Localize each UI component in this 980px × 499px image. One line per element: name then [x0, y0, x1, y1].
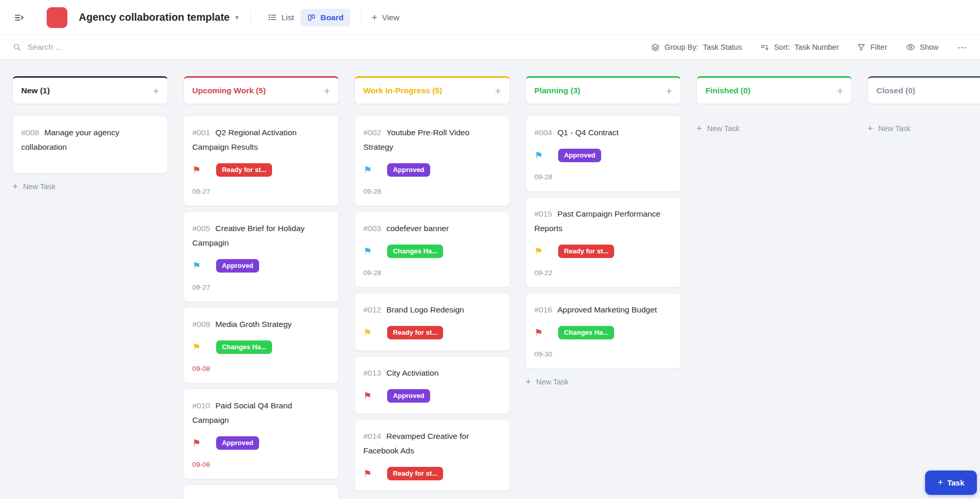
task-id: #005 — [192, 224, 210, 233]
add-task-icon[interactable]: + — [666, 85, 672, 96]
column-title: Work In-Progress (5) — [363, 86, 442, 95]
column-title: New (1) — [21, 86, 50, 95]
tab-list[interactable]: List — [261, 9, 301, 26]
status-badge[interactable]: Approved — [387, 389, 430, 403]
tab-board[interactable]: Board — [301, 9, 350, 26]
task-card[interactable]: #015Past Campaign Performance Reports ⚑ … — [525, 197, 681, 288]
task-id: #004 — [534, 128, 552, 137]
task-title: Q1 - Q4 Contract — [557, 128, 618, 137]
due-date: 09-22 — [534, 268, 672, 278]
status-badge[interactable]: Approved — [216, 436, 259, 450]
priority-flag-icon[interactable]: ⚑ — [363, 391, 372, 401]
due-date: 09-27 — [192, 282, 330, 292]
new-task-link[interactable]: + New Task — [12, 182, 168, 191]
new-task-label: New Task — [536, 378, 569, 386]
task-title: Media Groth Strategy — [215, 320, 291, 329]
task-card[interactable]: #008Manage your agency collaboration — [12, 116, 168, 174]
board-column: Upcoming Work (5) + #001Q2 Regional Acti… — [183, 76, 339, 499]
group-by-control[interactable]: Group By: Task Status — [651, 43, 742, 52]
new-task-link[interactable]: + New Task — [868, 124, 980, 133]
status-badge[interactable]: Ready for st... — [558, 245, 614, 258]
search-input[interactable] — [27, 42, 193, 52]
search-icon — [12, 42, 22, 52]
due-date: 09-28 — [363, 187, 501, 196]
priority-flag-icon[interactable]: ⚑ — [192, 261, 201, 270]
task-card[interactable]: #012Brand Logo Redesign ⚑ Ready for st..… — [354, 293, 510, 351]
task-title: codefever banner — [386, 224, 449, 233]
status-badge[interactable]: Ready for st... — [387, 326, 443, 339]
filter-control[interactable]: Filter — [857, 43, 887, 51]
task-card[interactable]: #001Q2 Regional Activation Campaign Resu… — [183, 116, 339, 206]
page-title[interactable]: Agency collaboration template — [79, 11, 230, 23]
priority-flag-icon[interactable]: ⚑ — [192, 343, 201, 352]
priority-flag-icon[interactable]: ⚑ — [534, 151, 543, 160]
task-card[interactable] — [183, 484, 339, 499]
status-badge[interactable]: Ready for st... — [387, 467, 443, 480]
due-date: 09-28 — [363, 268, 501, 278]
add-task-label: Task — [947, 478, 964, 487]
task-title: Approved Marketing Budget — [557, 305, 657, 314]
column-title: Planning (3) — [534, 86, 580, 95]
task-card[interactable]: #009Media Groth Strategy ⚑ Changes Ha...… — [183, 307, 339, 383]
task-card[interactable]: #004Q1 - Q4 Contract ⚑ Approved 09-28 — [525, 116, 681, 192]
tab-list-label: List — [281, 13, 294, 22]
priority-flag-icon[interactable]: ⚑ — [534, 328, 543, 337]
priority-flag-icon[interactable]: ⚑ — [363, 247, 372, 256]
eye-icon — [906, 42, 915, 52]
plus-icon: + — [697, 124, 702, 133]
status-badge[interactable]: Ready for st... — [216, 163, 272, 177]
due-date: 09-27 — [192, 187, 330, 196]
more-options-icon[interactable]: ⋯ — [957, 41, 968, 53]
column-header: Closed (0) + — [868, 76, 980, 104]
task-title: Brand Logo Redesign — [386, 305, 464, 314]
column-header: New (1) + — [12, 76, 168, 104]
group-by-value: Task Status — [703, 43, 742, 51]
divider — [361, 11, 361, 24]
task-title: City Activiation — [386, 368, 438, 377]
task-card[interactable]: #003codefever banner ⚑ Changes Ha... 09-… — [354, 211, 510, 288]
board-icon — [307, 13, 316, 22]
priority-flag-icon[interactable]: ⚑ — [192, 438, 201, 448]
new-task-link[interactable]: + New Task — [525, 377, 681, 387]
priority-flag-icon[interactable]: ⚑ — [534, 247, 543, 256]
task-id: #008 — [21, 128, 39, 137]
task-id: #013 — [363, 368, 381, 377]
column-title: Upcoming Work (5) — [192, 86, 266, 95]
add-task-icon[interactable]: + — [324, 85, 330, 96]
status-badge[interactable]: Approved — [387, 163, 430, 177]
task-card[interactable]: #014Revamped Creative for Facebook Ads ⚑… — [354, 419, 510, 491]
toolbar-controls: Group By: Task Status Sort: Task Number … — [651, 41, 968, 53]
sidebar-toggle-icon[interactable] — [11, 10, 27, 25]
status-badge[interactable]: Changes Ha... — [558, 326, 614, 339]
task-card[interactable]: #002Youtube Pre-Roll Video Strategy ⚑ Ap… — [354, 116, 510, 206]
board-column: Finished (0) + + New Task — [697, 76, 852, 133]
add-task-icon[interactable]: + — [837, 85, 843, 96]
task-id: #014 — [363, 432, 381, 440]
new-task-link[interactable]: + New Task — [697, 124, 852, 133]
column-cards: #001Q2 Regional Activation Campaign Resu… — [183, 116, 339, 499]
task-card[interactable]: #005Creative Brief for Holiday Campagin … — [183, 211, 339, 302]
task-card[interactable]: #010Paid Social Q4 Brand Campaign ⚑ Appr… — [183, 389, 339, 479]
add-task-icon[interactable]: + — [495, 85, 501, 96]
show-control[interactable]: Show — [906, 42, 939, 52]
status-badge[interactable]: Changes Ha... — [387, 245, 443, 258]
status-badge[interactable]: Approved — [558, 149, 601, 162]
status-badge[interactable]: Approved — [216, 259, 259, 273]
priority-flag-icon[interactable]: ⚑ — [363, 165, 372, 175]
priority-flag-icon[interactable]: ⚑ — [363, 328, 372, 337]
column-cards: #008Manage your agency collaboration — [12, 116, 168, 174]
priority-flag-icon[interactable]: ⚑ — [363, 469, 372, 478]
task-id: #015 — [534, 209, 552, 218]
list-icon — [268, 13, 277, 22]
add-task-button[interactable]: + Task — [925, 471, 977, 495]
sort-control[interactable]: Sort: Task Number — [760, 43, 839, 52]
task-card[interactable]: #016Approved Marketing Budget ⚑ Changes … — [525, 293, 681, 369]
status-badge[interactable]: Changes Ha... — [216, 340, 272, 354]
add-task-icon[interactable]: + — [153, 85, 159, 96]
title-dropdown-caret-icon[interactable]: ▼ — [234, 14, 240, 21]
column-header: Planning (3) + — [525, 76, 681, 104]
task-card[interactable]: #013City Activiation ⚑ Approved — [354, 356, 510, 414]
priority-flag-icon[interactable]: ⚑ — [192, 165, 201, 175]
workspace-logo[interactable] — [47, 7, 67, 28]
add-view-button[interactable]: + View — [372, 12, 399, 22]
